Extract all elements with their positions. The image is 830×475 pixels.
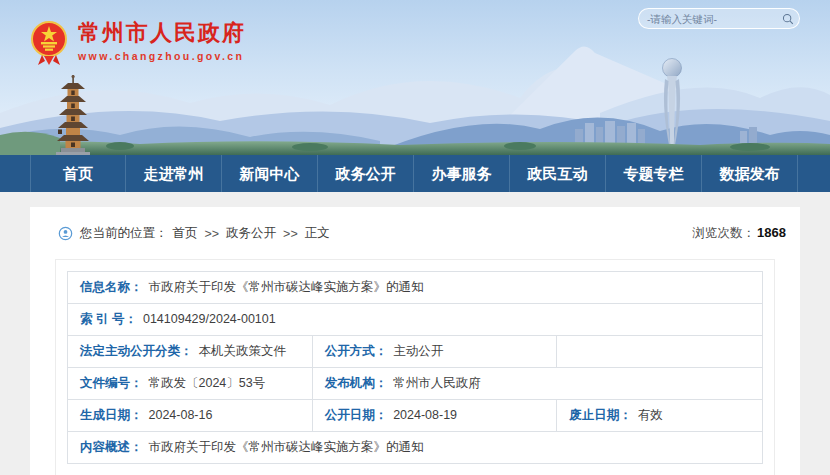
legal-category-value: 本机关政策文件	[199, 344, 287, 358]
breadcrumb-bar: 您当前的位置： 首页 >> 政务公开 >> 正文 浏览次数：1868	[30, 207, 800, 242]
publisher-value: 常州市人民政府	[393, 376, 481, 390]
site-title-group: 常州市人民政府 www.changzhou.gov.cn	[78, 20, 246, 62]
nav-item-data[interactable]: 数据发布	[702, 155, 798, 192]
cell-doc-no: 文件编号：常政发〔2024〕53号	[68, 368, 313, 400]
table-row: 内容概述：市政府关于印发《常州市碳达峰实施方案》的通知	[68, 432, 763, 464]
nav-item-topics[interactable]: 专题专栏	[606, 155, 702, 192]
search-icon[interactable]	[782, 13, 794, 25]
publisher-label: 发布机构：	[325, 376, 388, 390]
site-header: 常州市人民政府 www.changzhou.gov.cn	[0, 0, 830, 155]
open-method-label: 公开方式：	[325, 344, 388, 358]
views-label: 浏览次数：	[693, 226, 756, 240]
nav-item-services[interactable]: 办事服务	[414, 155, 510, 192]
site-url: www.changzhou.gov.cn	[78, 50, 246, 62]
legal-category-label: 法定主动公开分类：	[80, 344, 193, 358]
breadcrumb: 您当前的位置： 首页 >> 政务公开 >> 正文	[58, 225, 330, 242]
doc-no-label: 文件编号：	[80, 376, 143, 390]
table-row: 法定主动公开分类：本机关政策文件 公开方式：主动公开	[68, 336, 763, 368]
empty-cell	[557, 336, 763, 368]
cell-publisher: 发布机构：常州市人民政府	[312, 368, 762, 400]
document-meta-panel: 信息名称：市政府关于印发《常州市碳达峰实施方案》的通知 索 引 号：014109…	[55, 259, 775, 475]
info-name-value: 市政府关于印发《常州市碳达峰实施方案》的通知	[149, 280, 424, 294]
summary-label: 内容概述：	[80, 440, 143, 454]
site-logo[interactable]: 常州市人民政府 www.changzhou.gov.cn	[30, 20, 246, 66]
table-row: 信息名称：市政府关于印发《常州市碳达峰实施方案》的通知	[68, 272, 763, 304]
breadcrumb-link-gov-info[interactable]: 政务公开	[226, 225, 276, 242]
nav-item-home[interactable]: 首页	[30, 155, 126, 192]
breadcrumb-prefix: 您当前的位置：	[80, 225, 168, 242]
table-row: 索 引 号：014109429/2024-00101	[68, 304, 763, 336]
cell-info-name: 信息名称：市政府关于印发《常州市碳达峰实施方案》的通知	[68, 272, 763, 304]
create-date-value: 2024-08-16	[149, 408, 213, 422]
create-date-label: 生成日期：	[80, 408, 143, 422]
doc-no-value: 常政发〔2024〕53号	[149, 376, 266, 390]
document-meta-table: 信息名称：市政府关于印发《常州市碳达峰实施方案》的通知 索 引 号：014109…	[67, 271, 763, 464]
cell-summary: 内容概述：市政府关于印发《常州市碳达峰实施方案》的通知	[68, 432, 763, 464]
open-date-value: 2024-08-19	[393, 408, 457, 422]
national-emblem-icon	[30, 20, 68, 66]
location-icon	[58, 226, 73, 241]
search-input[interactable]	[647, 13, 782, 25]
view-counter: 浏览次数：1868	[693, 225, 786, 242]
content-card: 您当前的位置： 首页 >> 政务公开 >> 正文 浏览次数：1868 信息名称：…	[30, 207, 800, 475]
table-row: 生成日期：2024-08-16 公开日期：2024-08-19 废止日期：有效	[68, 400, 763, 432]
breadcrumb-separator: >>	[205, 227, 220, 241]
nav-item-news[interactable]: 新闻中心	[222, 155, 318, 192]
nav-item-gov-info[interactable]: 政务公开	[318, 155, 414, 192]
cell-open-method: 公开方式：主动公开	[312, 336, 557, 368]
index-no-label: 索 引 号：	[80, 312, 137, 326]
cell-open-date: 公开日期：2024-08-19	[312, 400, 557, 432]
content-area: 您当前的位置： 首页 >> 政务公开 >> 正文 浏览次数：1868 信息名称：…	[0, 192, 830, 475]
breadcrumb-link-home[interactable]: 首页	[173, 225, 198, 242]
expiry-date-value: 有效	[638, 408, 663, 422]
info-name-label: 信息名称：	[80, 280, 143, 294]
open-method-value: 主动公开	[393, 344, 443, 358]
index-no-value: 014109429/2024-00101	[143, 312, 276, 326]
breadcrumb-separator: >>	[283, 227, 298, 241]
breadcrumb-current: 正文	[305, 225, 330, 242]
expiry-date-label: 废止日期：	[569, 408, 632, 422]
site-title: 常州市人民政府	[78, 20, 246, 46]
table-row: 文件编号：常政发〔2024〕53号 发布机构：常州市人民政府	[68, 368, 763, 400]
cell-expiry-date: 废止日期：有效	[557, 400, 763, 432]
search-box[interactable]	[638, 8, 800, 29]
nav-item-interact[interactable]: 政民互动	[510, 155, 606, 192]
open-date-label: 公开日期：	[325, 408, 388, 422]
summary-value: 市政府关于印发《常州市碳达峰实施方案》的通知	[149, 440, 424, 454]
cell-legal-category: 法定主动公开分类：本机关政策文件	[68, 336, 313, 368]
main-nav: 首页 走进常州 新闻中心 政务公开 办事服务 政民互动 专题专栏 数据发布	[0, 155, 830, 192]
cell-create-date: 生成日期：2024-08-16	[68, 400, 313, 432]
nav-item-about[interactable]: 走进常州	[126, 155, 222, 192]
cell-index-no: 索 引 号：014109429/2024-00101	[68, 304, 763, 336]
views-count: 1868	[757, 225, 786, 240]
